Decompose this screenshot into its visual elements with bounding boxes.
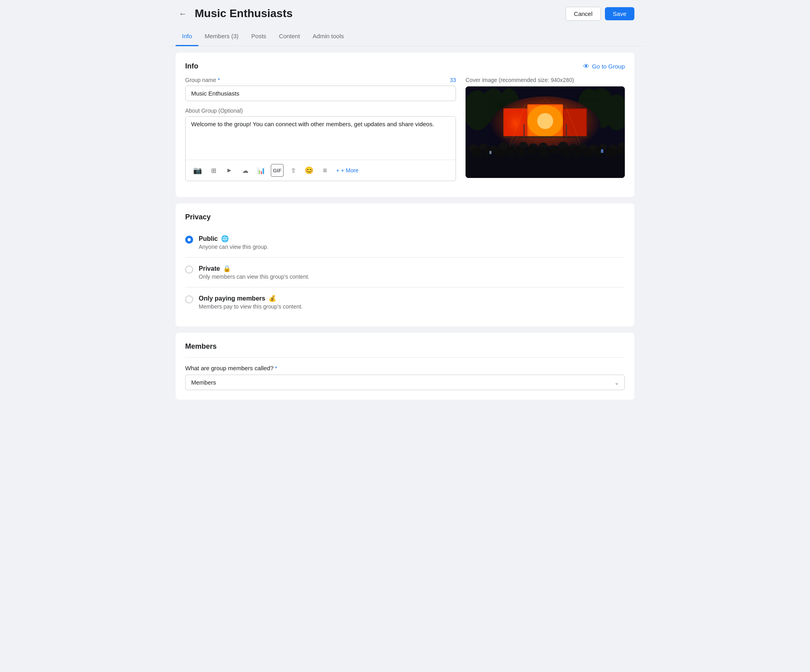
eye-icon: 👁 <box>583 63 589 70</box>
svg-point-30 <box>519 142 528 149</box>
svg-point-47 <box>538 148 549 156</box>
paying-icon: 💰 <box>268 295 276 302</box>
svg-point-43 <box>494 148 505 157</box>
about-label-text: About Group (Optional) <box>185 107 243 114</box>
svg-point-44 <box>505 147 516 155</box>
about-label: About Group (Optional) <box>185 107 456 114</box>
lock-icon: 🔒 <box>223 265 231 272</box>
info-form-row: Group name * 33 About Group (Optional) <box>185 77 625 188</box>
privacy-private-radio[interactable] <box>185 266 193 273</box>
cancel-button[interactable]: Cancel <box>565 7 601 21</box>
svg-rect-18 <box>523 124 525 138</box>
svg-point-42 <box>484 147 493 155</box>
svg-point-41 <box>472 148 483 156</box>
members-select-wrapper: Members Fans Subscribers Students Athlet… <box>185 375 625 390</box>
privacy-paying-title: Only paying members 💰 <box>199 295 625 302</box>
public-icon: 🌐 <box>221 235 229 242</box>
svg-point-49 <box>561 148 571 156</box>
members-section-title: Members <box>185 342 217 351</box>
members-called-label: What are group members called? * <box>185 365 625 371</box>
svg-rect-10 <box>504 109 526 137</box>
photo-icon[interactable]: 📷 <box>191 164 204 177</box>
privacy-public: Public 🌐 Anyone can view this group. <box>185 228 625 258</box>
group-name-required: * <box>218 77 220 83</box>
char-count: 33 <box>450 77 456 83</box>
svg-point-53 <box>605 148 616 157</box>
members-section-header: Members <box>185 342 625 351</box>
upload-icon[interactable]: ⇧ <box>287 164 299 177</box>
privacy-section: Privacy Public 🌐 Anyone can view this gr… <box>176 203 634 326</box>
svg-rect-55 <box>601 149 603 153</box>
group-name-label: Group name <box>185 77 216 83</box>
privacy-section-header: Privacy <box>185 213 625 221</box>
tab-info[interactable]: Info <box>176 27 198 46</box>
group-name-input[interactable] <box>185 86 456 101</box>
privacy-private-content: Private 🔒 Only members can view this gro… <box>199 265 625 280</box>
privacy-paying-radio[interactable] <box>185 295 193 303</box>
group-name-group: Group name * 33 <box>185 77 456 101</box>
cover-image[interactable] <box>466 86 625 178</box>
about-textarea-wrapper: Welcome to the group! You can connect wi… <box>185 116 456 181</box>
more-button[interactable]: + + More <box>336 167 358 174</box>
svg-point-45 <box>516 148 526 156</box>
group-name-label-row: Group name * 33 <box>185 77 456 83</box>
privacy-public-content: Public 🌐 Anyone can view this group. <box>199 235 625 250</box>
tab-admin-tools[interactable]: Admin tools <box>306 27 350 46</box>
svg-point-48 <box>550 147 560 154</box>
privacy-paying-content: Only paying members 💰 Members pay to vie… <box>199 295 625 310</box>
privacy-private-title: Private 🔒 <box>199 265 625 272</box>
go-to-group-link[interactable]: 👁 Go to Group <box>583 63 625 70</box>
svg-rect-19 <box>565 124 567 138</box>
cover-image-svg <box>466 86 625 178</box>
cover-image-label: Cover image (recommended size: 940x280) <box>466 77 625 83</box>
svg-point-46 <box>528 146 537 154</box>
members-section: Members What are group members called? *… <box>176 333 634 400</box>
cover-image-col: Cover image (recommended size: 940x280) <box>466 77 625 188</box>
svg-point-14 <box>537 113 553 129</box>
album-icon[interactable]: ⊞ <box>207 164 220 177</box>
list-icon[interactable]: ≡ <box>319 164 331 177</box>
svg-point-51 <box>583 148 593 156</box>
more-label: + More <box>341 167 358 174</box>
emoji-icon[interactable]: 😊 <box>303 164 315 177</box>
info-section-header: Info 👁 Go to Group <box>185 62 625 70</box>
privacy-paying-desc: Members pay to view this group's content… <box>199 303 625 310</box>
about-toolbar: 📷 ⊞ ► ☁ 📊 GIF ⇧ 😊 ≡ + <box>186 160 456 181</box>
privacy-public-desc: Anyone can view this group. <box>199 244 625 250</box>
privacy-public-title: Public 🌐 <box>199 235 625 242</box>
tab-content[interactable]: Content <box>273 27 307 46</box>
info-section-title: Info <box>185 62 198 70</box>
info-section: Info 👁 Go to Group Group name * <box>176 53 634 197</box>
privacy-private-desc: Only members can view this group's conte… <box>199 273 625 280</box>
members-called-select[interactable]: Members Fans Subscribers Students Athlet… <box>185 375 625 390</box>
video-icon[interactable]: ► <box>223 164 236 177</box>
privacy-private: Private 🔒 Only members can view this gro… <box>185 258 625 287</box>
members-form: What are group members called? * Members… <box>185 357 625 390</box>
svg-rect-17 <box>501 136 589 138</box>
plus-icon: + <box>336 167 339 174</box>
info-form-left: Group name * 33 About Group (Optional) <box>185 77 456 188</box>
tab-members[interactable]: Members (3) <box>198 27 245 46</box>
about-textarea[interactable]: Welcome to the group! You can connect wi… <box>186 117 456 158</box>
cloud-icon[interactable]: ☁ <box>239 164 252 177</box>
tab-posts[interactable]: Posts <box>245 27 273 46</box>
privacy-section-title: Privacy <box>185 213 211 221</box>
privacy-paying: Only paying members 💰 Members pay to vie… <box>185 287 625 317</box>
chart-icon[interactable]: 📊 <box>255 164 268 177</box>
back-button[interactable]: ← <box>176 6 190 21</box>
svg-rect-16 <box>564 109 586 137</box>
gif-icon[interactable]: GIF <box>271 164 284 177</box>
page-title: Music Enthusiasts <box>195 7 293 20</box>
svg-point-50 <box>571 147 583 155</box>
save-button[interactable]: Save <box>605 7 634 20</box>
tab-bar: Info Members (3) Posts Content Admin too… <box>166 27 644 46</box>
header-actions: Cancel Save <box>565 7 634 21</box>
svg-rect-56 <box>489 151 491 154</box>
privacy-public-radio[interactable] <box>185 236 193 244</box>
about-group: About Group (Optional) Welcome to the gr… <box>185 107 456 181</box>
